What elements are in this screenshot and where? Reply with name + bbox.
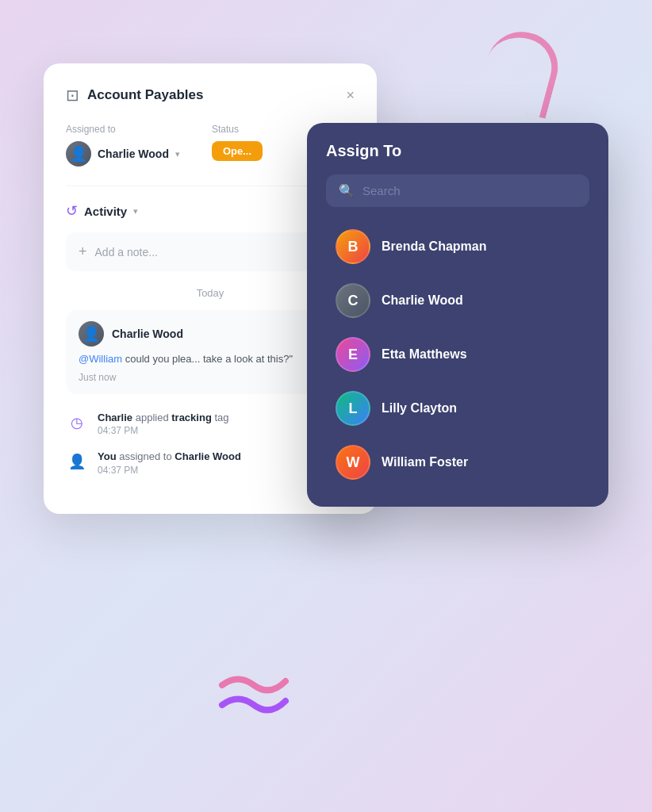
activity-chevron-icon: ▾ [133,206,138,216]
comment-author: Charlie Wood [112,327,183,340]
comment-avatar: 👤 [79,321,104,347]
activity-label: Activity [84,205,127,218]
person-name-charlie: Charlie Wood [382,293,463,308]
comment-time: Just now [79,372,342,383]
decorative-hook [477,24,566,119]
person-name-etta: Etta Matthews [382,347,467,362]
assignee-chevron-icon: ▾ [175,149,180,159]
status-field: Status Ope... [212,124,263,167]
assign-title: Assign To [326,142,589,160]
person-item-charlie[interactable]: C Charlie Wood [326,275,589,326]
assigned-to-label: Assigned to [66,124,180,135]
assignee-name: Charlie Wood [98,147,169,160]
person-item-lilly[interactable]: L Lilly Clayton [326,383,589,434]
add-note-placeholder: Add a note... [95,246,158,259]
assignee-row[interactable]: 👤 Charlie Wood ▾ [66,141,180,167]
person-name-brenda: Brenda Chapman [382,239,486,254]
activity-assign-text: You assigned to Charlie Wood [98,449,241,465]
person-avatar-charlie: C [336,283,370,318]
search-icon: 🔍 [339,183,355,198]
assign-dropdown: Assign To 🔍 B Brenda Chapman C Charlie W… [307,123,608,507]
person-avatar-lilly: L [336,391,370,426]
person-item-brenda[interactable]: B Brenda Chapman [326,221,589,272]
status-label: Status [212,124,263,135]
activity-suffix-1: tag [214,412,228,423]
person-name-lilly: Lilly Clayton [382,401,457,416]
person-name-william: William Foster [382,455,468,469]
decorative-squiggle [214,669,293,733]
card-header: ⊡ Account Payables × [66,86,355,105]
person-list: B Brenda Chapman C Charlie Wood E Etta M… [326,221,589,488]
mention-tag: @William [79,353,122,365]
activity-icon: ↺ [66,202,78,220]
person-item-william[interactable]: W William Foster [326,437,589,488]
activity-action-1: applied [136,412,172,423]
person-icon-container: 👤 [66,450,88,473]
comment-header: 👤 Charlie Wood [79,321,342,347]
activity-time-2: 04:37 PM [98,465,241,476]
person-avatar-etta: E [336,337,370,372]
add-note-icon: + [79,243,87,260]
person-item-etta[interactable]: E Etta Matthews [326,329,589,380]
person-avatar-brenda: B [336,229,370,264]
comment-body: could you plea... take a look at this?" [125,353,293,365]
comment-text: @William could you plea... take a look a… [79,351,342,367]
activity-item-content: Charlie applied tracking tag 04:37 PM [98,410,229,437]
activity-tag-text: Charlie applied tracking tag [98,410,229,426]
inbox-icon: ⊡ [66,86,79,105]
person-avatar-william: W [336,445,370,480]
card-title: Account Payables [87,87,203,103]
activity-action-2: assigned to [119,450,175,462]
activity-time-1: 04:37 PM [98,425,229,436]
close-button[interactable]: × [346,87,355,104]
assignee-avatar: 👤 [66,141,91,167]
activity-actor-2: You [98,450,117,462]
tag-icon: ◷ [71,414,83,431]
person-icon: 👤 [68,453,86,470]
card-title-wrap: ⊡ Account Payables [66,86,203,105]
search-input[interactable] [362,184,577,197]
status-badge[interactable]: Ope... [212,141,263,161]
tag-icon-container: ◷ [66,412,88,434]
activity-actor-1: Charlie [98,412,132,423]
activity-target-2: Charlie Wood [175,450,241,462]
activity-target-1: tracking [171,412,212,423]
activity-item-content-2: You assigned to Charlie Wood 04:37 PM [98,449,241,476]
search-box[interactable]: 🔍 [326,174,589,207]
assigned-to-field: Assigned to 👤 Charlie Wood ▾ [66,124,180,167]
